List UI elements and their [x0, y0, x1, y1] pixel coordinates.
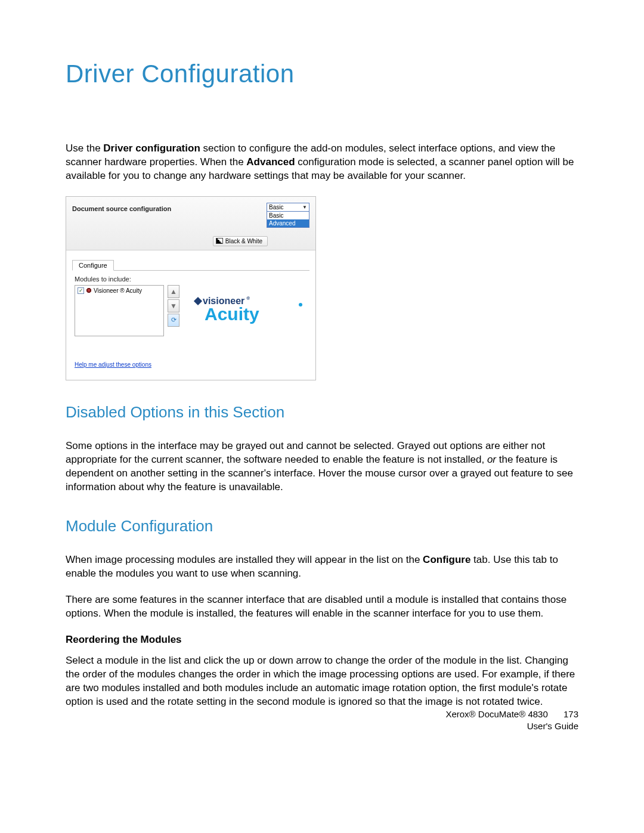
refresh-button[interactable]: ⟳ — [168, 314, 179, 327]
text-bold: Configure — [423, 554, 470, 565]
dropdown-selected: Basic — [269, 204, 283, 210]
text-bold: Driver configuration — [103, 143, 200, 154]
checkbox-icon[interactable]: ✓ — [78, 287, 84, 294]
brand-logo: visioneer® Acuity — [183, 285, 307, 323]
text: Use the — [66, 143, 103, 154]
move-down-button[interactable]: ▼ — [168, 299, 179, 312]
chevron-down-icon: ▼ — [302, 205, 307, 210]
reordering-paragraph: Select a module in the list and click th… — [66, 654, 578, 709]
page-number: 173 — [564, 708, 578, 720]
text-italic: or — [487, 454, 496, 465]
trademark-icon: ® — [246, 296, 250, 301]
dot-accent-icon — [299, 303, 302, 306]
screenshot-header-label: Document source configuration — [72, 203, 171, 212]
subheading-reordering: Reordering the Modules — [66, 634, 578, 646]
disabled-options-paragraph: Some options in the interface may be gra… — [66, 439, 578, 494]
module-config-paragraph-1: When image processing modules are instal… — [66, 553, 578, 581]
section-heading-module: Module Configuration — [66, 517, 578, 535]
help-link[interactable]: Help me adjust these options — [75, 361, 151, 368]
config-mode-dropdown[interactable]: Basic ▼ Basic Advanced — [267, 203, 309, 228]
footer-product: Xerox® DocuMate® 4830 — [445, 709, 547, 719]
refresh-icon: ⟳ — [171, 316, 177, 324]
page-title: Driver Configuration — [66, 60, 578, 88]
dropdown-option-advanced[interactable]: Advanced — [267, 219, 309, 227]
brand-product-text: Acuity — [205, 304, 259, 324]
visioneer-icon — [86, 287, 92, 293]
brand-product: Acuity — [205, 305, 317, 323]
footer-guide: User's Guide — [445, 720, 578, 732]
diamond-icon — [194, 297, 202, 305]
move-up-button[interactable]: ▲ — [168, 285, 179, 298]
text: When image processing modules are instal… — [66, 554, 423, 565]
tab-configure[interactable]: Configure — [72, 260, 114, 271]
color-mode-label: Black & White — [225, 238, 262, 244]
modules-listbox[interactable]: ✓ Visioneer ® Acuity — [75, 285, 164, 336]
arrow-down-icon: ▼ — [170, 302, 177, 310]
intro-paragraph: Use the Driver configuration section to … — [66, 142, 578, 183]
module-config-paragraph-2: There are some features in the scanner i… — [66, 593, 578, 621]
text: Some options in the interface may be gra… — [66, 440, 545, 465]
module-name: Visioneer ® Acuity — [94, 287, 142, 294]
color-mode-button[interactable]: Black & White — [213, 236, 268, 246]
black-white-icon — [216, 238, 223, 244]
section-heading-disabled: Disabled Options in this Section — [66, 403, 578, 422]
list-item[interactable]: ✓ Visioneer ® Acuity — [78, 287, 161, 294]
text-bold: Advanced — [246, 156, 295, 168]
arrow-up-icon: ▲ — [170, 287, 177, 296]
dropdown-option-basic[interactable]: Basic — [267, 212, 309, 219]
modules-label: Modules to include: — [75, 275, 307, 283]
page-footer: Xerox® DocuMate® 4830 173 User's Guide — [445, 708, 578, 732]
driver-config-screenshot: Document source configuration Basic ▼ Ba… — [66, 196, 316, 380]
